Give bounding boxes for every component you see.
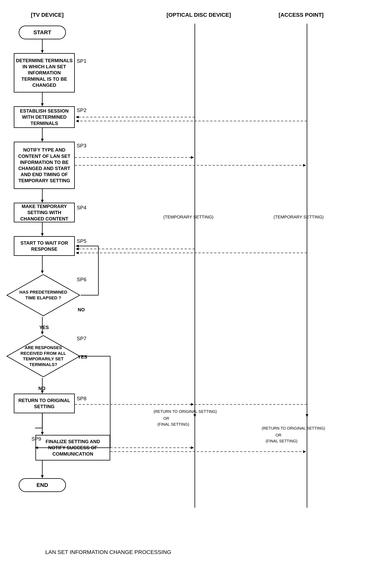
sp1-process: DETERMINE TERMINALS IN WHICH LAN SET INF… bbox=[14, 53, 75, 93]
svg-marker-49 bbox=[41, 475, 44, 478]
svg-marker-11 bbox=[76, 120, 79, 122]
sp3-label: SP3 bbox=[77, 143, 86, 149]
end-terminal: END bbox=[19, 478, 66, 492]
svg-marker-17 bbox=[303, 164, 306, 167]
sp6-label: SP6 bbox=[77, 277, 86, 282]
no-label-sp7: NO bbox=[38, 386, 45, 391]
temporary-setting-access: (TEMPORARY SETTING) bbox=[274, 214, 324, 220]
sp4-label: SP4 bbox=[77, 205, 86, 211]
sp9-label: SP9 bbox=[31, 436, 41, 442]
tv-device-header: [TV DEVICE] bbox=[18, 12, 77, 18]
svg-marker-13 bbox=[41, 139, 44, 142]
sp8-process: RETURN TO ORIGINAL SETTING bbox=[14, 394, 75, 413]
sp5-process: START TO WAIT FOR RESPONSE bbox=[14, 236, 75, 256]
yes-label-sp6: YES bbox=[39, 325, 49, 330]
return-original-optical: (RETURN TO ORIGINAL SETTING) bbox=[154, 409, 217, 414]
or1: OR bbox=[163, 416, 169, 421]
sp1-label: SP1 bbox=[77, 58, 86, 64]
start-terminal: START bbox=[19, 26, 66, 39]
svg-marker-23 bbox=[76, 248, 79, 250]
sp8-label: SP8 bbox=[77, 396, 86, 402]
svg-marker-31 bbox=[76, 245, 79, 247]
svg-marker-19 bbox=[41, 200, 44, 203]
svg-marker-51 bbox=[191, 446, 194, 449]
sp4-process: MAKE TEMPORARY SETTING WITH CHANGED CONT… bbox=[14, 203, 75, 222]
svg-marker-9 bbox=[76, 116, 79, 118]
sp7-label: SP7 bbox=[77, 336, 86, 342]
return-original-access: (RETURN TO ORIGINAL SETTING) bbox=[262, 426, 325, 431]
yes-label-sp7: YES bbox=[78, 354, 87, 360]
final-setting-optical: (FINAL SETTING) bbox=[157, 422, 189, 427]
or2: OR bbox=[276, 433, 281, 438]
final-setting-access: (FINAL SETTING) bbox=[266, 439, 297, 443]
diagram: [TV DEVICE] [OPTICAL DISC DEVICE] [ACCES… bbox=[0, 0, 392, 565]
svg-marker-7 bbox=[41, 103, 44, 106]
sp2-label: SP2 bbox=[77, 107, 86, 113]
sp2-process: ESTABLISH SESSION WITH DETERMINED TERMIN… bbox=[14, 106, 75, 128]
temporary-setting-optical: (TEMPORARY SETTING) bbox=[163, 214, 213, 220]
svg-marker-55 bbox=[194, 414, 196, 417]
sp7-decision: ARE RESPONSES RECEIVED FROM ALL TEMPORAR… bbox=[6, 335, 81, 378]
svg-marker-27 bbox=[41, 271, 44, 274]
svg-marker-53 bbox=[303, 450, 306, 453]
sp6-decision: HAS PREDETERMINED TIME ELAPSED ? bbox=[6, 274, 81, 317]
svg-marker-43 bbox=[41, 432, 44, 435]
svg-marker-15 bbox=[191, 156, 194, 159]
sp5-label: SP5 bbox=[77, 238, 86, 244]
svg-marker-33 bbox=[41, 332, 44, 335]
caption: LAN SET INFORMATION CHANGE PROCESSING bbox=[39, 549, 177, 555]
svg-marker-57 bbox=[306, 414, 308, 417]
access-point-header: [ACCESS POINT] bbox=[272, 12, 331, 18]
sp9-process: FINALIZE SETTING AND NOTIFY SUCCESS OF C… bbox=[35, 435, 110, 461]
no-label-sp6: NO bbox=[78, 307, 85, 312]
optical-disc-header: [OPTICAL DISC DEVICE] bbox=[157, 12, 240, 18]
svg-marker-45 bbox=[191, 403, 194, 406]
sp3-process: NOTIFY TYPE AND CONTENT OF LAN SET INFOR… bbox=[14, 142, 75, 189]
svg-marker-21 bbox=[41, 233, 44, 236]
svg-marker-25 bbox=[76, 252, 79, 254]
svg-marker-5 bbox=[41, 50, 44, 53]
